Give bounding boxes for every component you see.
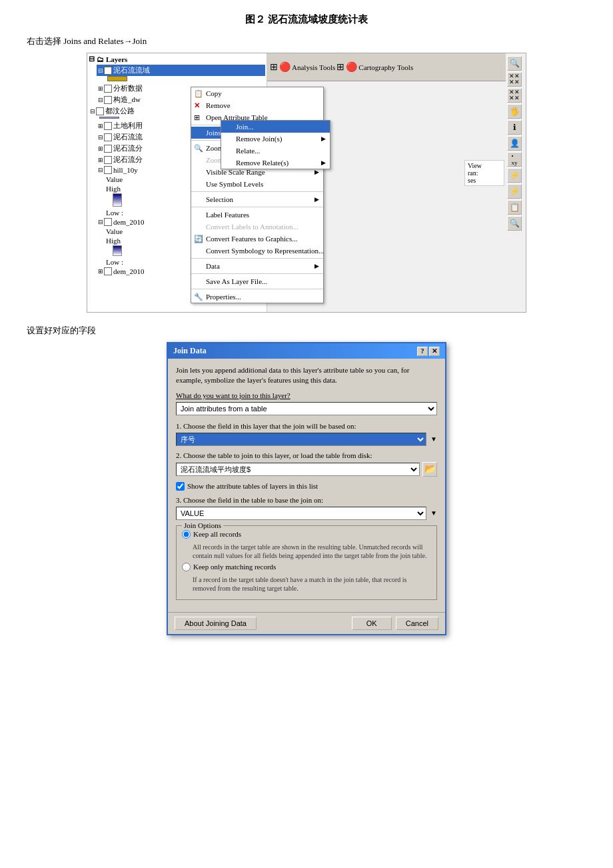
layer-checkbox-mudflow2[interactable] — [104, 133, 112, 141]
layer-expand-icon8[interactable]: ⊞ — [98, 157, 103, 163]
dialog-close-btn[interactable]: ✕ — [429, 347, 440, 356]
step2-checkbox[interactable] — [176, 482, 185, 491]
cancel-btn[interactable]: Cancel — [396, 617, 438, 630]
radio2-row: Keep only matching records — [182, 563, 431, 571]
dialog-help-btn[interactable]: ? — [417, 347, 428, 356]
layer-name-dem2010a: dem_2010 — [113, 218, 144, 226]
info-btn[interactable]: ℹ — [507, 120, 522, 135]
layer-checkbox-analysis[interactable] — [104, 85, 112, 93]
step2-field-row: 泥石流流域平均坡度$ 📂 — [176, 462, 437, 477]
layer-high2-label: High — [106, 237, 121, 245]
step3-field-select[interactable]: VALUE — [176, 507, 426, 520]
zoom-in-btn[interactable]: 🔍 — [507, 56, 522, 71]
table-btn[interactable]: 📋 — [507, 200, 522, 215]
layer-expand-icon11[interactable]: ⊞ — [98, 268, 103, 275]
submenu-remove-join[interactable]: Remove Join(s) ▶ — [221, 133, 330, 145]
flash-btn[interactable]: ⚡ — [507, 168, 522, 183]
menu-label-features[interactable]: Label Features — [191, 209, 323, 221]
step1-field-select[interactable]: 序号 — [176, 433, 426, 446]
menu-symbol-levels[interactable]: Use Symbol Levels — [191, 178, 323, 190]
layer-expand-icon9[interactable]: ⊟ — [98, 167, 103, 173]
layer-expand-icon3[interactable]: ⊟ — [98, 97, 103, 103]
layer-name-mudflow3: 泥石流分 — [113, 143, 143, 153]
layer-checkbox-mudflow4[interactable] — [104, 156, 112, 164]
layer-checkbox-hill[interactable] — [104, 166, 112, 174]
toolbar-section-cartography: ⊞ 🔴 Cartography Tools — [336, 61, 413, 73]
about-joining-btn[interactable]: About Joining Data — [175, 617, 257, 630]
layer-checkbox-construct[interactable] — [104, 96, 112, 104]
step3-label: 3. Choose the field in the table to base… — [176, 496, 437, 504]
menu-convert-features[interactable]: 🔄 Convert Features to Graphics... — [191, 233, 323, 245]
step2-checkbox-label: Show the attribute tables of layers in t… — [187, 482, 318, 490]
layer-color-bar — [107, 76, 127, 81]
submenu-remove-join-label: Remove Join(s) — [236, 135, 282, 143]
layer-expand-icon4[interactable]: ⊟ — [90, 108, 95, 115]
partial-view-row2: ran: — [468, 169, 501, 177]
cartography-tools-label[interactable]: Cartography Tools — [358, 63, 413, 71]
submenu-relate[interactable]: Relate... — [221, 145, 330, 157]
layer-value2-label: Value — [106, 227, 123, 235]
layer-expand-icon2[interactable]: ⊞ — [98, 85, 103, 92]
menu-copy[interactable]: 📋 Copy — [191, 87, 323, 99]
layer-low2-label: Low : — [106, 258, 123, 266]
layer-checkbox-dem2010b[interactable] — [104, 267, 112, 275]
gradient-bar-dem — [113, 245, 122, 256]
hand-btn[interactable]: 🖐 — [507, 104, 522, 119]
layer-checkbox-dem2010a[interactable] — [104, 218, 112, 226]
layer-expand-icon6[interactable]: ⊟ — [98, 134, 103, 141]
xy-btn[interactable]: •xy — [507, 152, 522, 167]
menu-selection-label: Selection — [206, 195, 233, 203]
layer-checkbox-mudflow3[interactable] — [104, 145, 112, 153]
layer-expand-icon7[interactable]: ⊞ — [98, 145, 103, 152]
menu-save-layer[interactable]: Save As Layer File... — [191, 275, 323, 287]
menu-properties[interactable]: 🔧 Properties... — [191, 291, 323, 303]
menu-convert-features-label: Convert Features to Graphics... — [206, 235, 297, 243]
dialog-footer: About Joining Data OK Cancel — [168, 612, 445, 634]
layers-label: Layers — [106, 55, 127, 63]
menu-sep5 — [191, 258, 323, 259]
layer-expand-icon[interactable]: ⊟ — [98, 67, 103, 74]
step3-dropdown-arrow: ▼ — [430, 509, 437, 517]
layer-checkbox-road[interactable] — [96, 107, 104, 115]
step2-browse-btn[interactable]: 📂 — [422, 462, 437, 477]
analysis-tools-label[interactable]: Analysis Tools — [292, 63, 335, 71]
layer-expand-icon10[interactable]: ⊟ — [98, 219, 103, 225]
join-options-group: Join Options Keep all records All record… — [176, 525, 437, 600]
submenu-arrow2: ▶ — [314, 169, 319, 175]
submenu-arrow3: ▶ — [314, 196, 319, 203]
rotate-btn[interactable]: ✕✕✕✕ — [507, 88, 522, 103]
submenu-join[interactable]: Join... — [221, 121, 330, 133]
identify-btn[interactable]: 👤 — [507, 136, 522, 151]
magnify-btn[interactable]: 🔍 — [507, 216, 522, 231]
dialog-title: Join Data — [173, 346, 207, 356]
step2-field-select[interactable]: 泥石流流域平均坡度$ — [176, 463, 420, 476]
menu-data[interactable]: Data ▶ — [191, 260, 323, 272]
radio2-label: Keep only matching records — [193, 563, 276, 571]
dialog-body: Join lets you append additional data to … — [168, 359, 445, 612]
partial-view: View ran: ses — [464, 160, 504, 186]
zoom-layer-icon: 🔍 — [194, 144, 203, 153]
menu-selection[interactable]: Selection ▶ — [191, 193, 323, 205]
radio1-input[interactable] — [182, 530, 191, 539]
layer-checkbox-landuse[interactable] — [104, 122, 112, 130]
layers-expand-icon[interactable]: ⊟ — [89, 55, 95, 63]
layer-item-mudflow[interactable]: ⊟ 泥石流流域 — [97, 65, 265, 76]
menu-remove[interactable]: ✕ Remove — [191, 99, 323, 111]
open-attribute-icon: ⊞ — [194, 113, 200, 122]
submenu-remove-relate[interactable]: Remove Relate(s) ▶ — [221, 157, 330, 169]
analysis-tools-icon2: 🔴 — [279, 61, 291, 73]
layer-name-road: 都汶公路 — [105, 106, 135, 116]
ok-btn[interactable]: OK — [352, 617, 392, 630]
menu-convert-symbology[interactable]: Convert Symbology to Representation... — [191, 245, 323, 257]
menu-save-layer-label: Save As Layer File... — [206, 277, 267, 285]
step1-field-row: 序号 ▼ — [176, 433, 437, 446]
section1-label: 右击选择 Joins and Relates→Join — [27, 35, 586, 47]
radio2-input[interactable] — [182, 563, 191, 571]
join-type-select[interactable]: Join attributes from a table — [176, 402, 437, 415]
flash2-btn[interactable]: ⚡ — [507, 184, 522, 199]
layer-expand-icon5[interactable]: ⊞ — [98, 123, 103, 129]
layer-name-analysis: 分析数据 — [113, 83, 143, 93]
pan-btn[interactable]: ✕✕✕✕ — [507, 72, 522, 87]
submenu-arrow-rr: ▶ — [321, 159, 326, 166]
layer-checkbox-mudflow[interactable] — [104, 67, 112, 75]
